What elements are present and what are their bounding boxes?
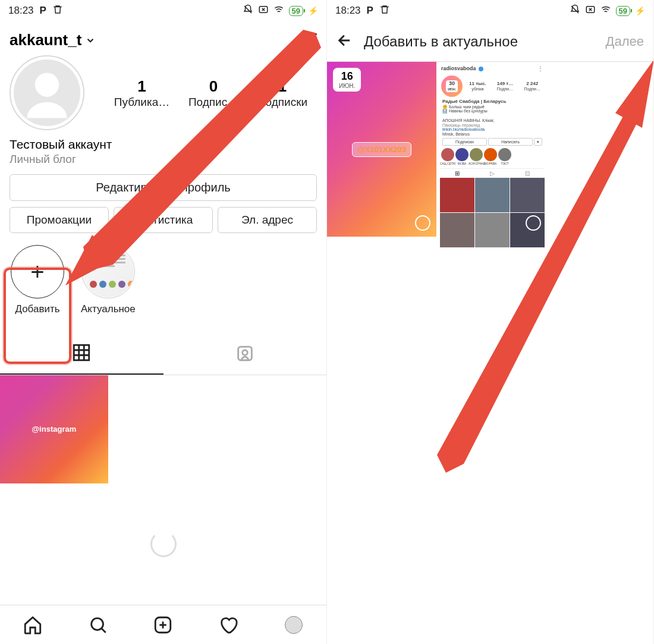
more-icon: ⋮	[537, 65, 543, 72]
post-tile[interactable]: @instagram	[0, 375, 108, 483]
profile-avatar-icon	[285, 616, 303, 634]
status-time: 18:23	[8, 5, 34, 17]
story-tile-2[interactable]: radiosvaboda ⋮ 30ИЮН. 11 тыс.убліка 149 …	[438, 62, 547, 237]
selection-ring-icon	[415, 215, 430, 231]
parking-icon: P	[367, 5, 373, 17]
box-x-icon	[258, 4, 269, 18]
stat-following-label: Подписки	[257, 96, 307, 109]
mute-icon	[570, 4, 580, 18]
stat-followers[interactable]: 0 Подпис…	[188, 77, 238, 109]
selection-ring-icon	[526, 215, 541, 231]
grid-tab[interactable]	[0, 334, 164, 375]
charging-icon: ⚡	[308, 6, 318, 15]
stat-posts-num: 1	[114, 77, 169, 96]
box-x-icon	[585, 4, 596, 18]
nav-activity[interactable]	[196, 605, 261, 644]
status-time: 18:23	[335, 5, 361, 17]
nav-home[interactable]	[0, 605, 65, 644]
mute-icon	[243, 4, 253, 18]
story-tile-1[interactable]: 16 июн. @X101XX203	[327, 62, 436, 237]
create-icon	[153, 615, 173, 635]
promo-button[interactable]: Промоакции	[10, 207, 109, 233]
username-dropdown[interactable]: akkaunt_t	[10, 31, 96, 49]
highlight-actual[interactable]: Актуальное	[81, 245, 136, 315]
status-bar: 18:23 P 59 ⚡	[0, 0, 326, 21]
battery-indicator: 59	[289, 6, 303, 16]
stat-following[interactable]: 1 Подписки	[257, 77, 307, 109]
stat-followers-num: 0	[188, 77, 238, 96]
next-button[interactable]: Далее	[606, 34, 644, 49]
mention-sticker: @X101XX203	[352, 142, 411, 157]
svg-rect-2	[74, 345, 90, 360]
bio-category: Личный блог	[10, 153, 317, 166]
stat-followers-label: Подпис…	[188, 96, 238, 109]
phone-right: 18:23 P 59 ⚡ Добавить в актуальное Далее…	[327, 0, 654, 644]
date-mon: июн.	[339, 83, 355, 89]
profile-avatar[interactable]	[10, 55, 84, 130]
trash-icon	[52, 4, 63, 18]
story-date-badge: 16 июн.	[333, 68, 361, 92]
svg-point-5	[91, 618, 103, 630]
highlight-add-label: Добавить	[15, 303, 59, 315]
stat-following-num: 1	[257, 77, 307, 96]
wifi-icon	[600, 4, 611, 18]
grid-icon	[71, 343, 92, 365]
highlight-actual-label: Актуальное	[81, 303, 136, 315]
menu-button[interactable]	[299, 33, 317, 47]
search-icon	[88, 615, 108, 635]
page-title: Добавить в актуальное	[364, 33, 595, 50]
plus-icon: +	[30, 259, 44, 285]
phone-left: 18:23 P 59 ⚡ akkaunt_t 1 Публика…	[0, 0, 327, 644]
tagged-icon	[235, 343, 255, 366]
mp-username: radiosvaboda	[441, 66, 476, 72]
heart-icon	[218, 615, 238, 635]
stat-posts[interactable]: 1 Публика…	[114, 77, 169, 109]
person-icon	[14, 59, 80, 126]
verified-icon	[479, 67, 483, 71]
stat-posts-label: Публика…	[114, 96, 169, 109]
date-num: 16	[339, 70, 355, 83]
nav-create[interactable]	[131, 605, 196, 644]
battery-indicator: 59	[616, 6, 630, 16]
stats-button[interactable]: Статистика	[114, 207, 213, 233]
back-button[interactable]	[337, 32, 353, 51]
parking-icon: P	[40, 5, 46, 17]
bio-name: Тестовый аккаунт	[10, 137, 317, 152]
home-icon	[23, 615, 43, 635]
charging-icon: ⚡	[635, 6, 645, 15]
svg-point-4	[243, 350, 248, 356]
email-button[interactable]: Эл. адрес	[218, 207, 317, 233]
mp-follow-btn: Подписки	[442, 138, 487, 146]
loading-spinner	[150, 531, 177, 557]
trash-icon	[379, 4, 390, 18]
bottom-navigation	[0, 605, 326, 644]
mp-suggest-btn: ▾	[534, 138, 542, 146]
svg-point-1	[35, 73, 59, 96]
nav-search[interactable]	[65, 605, 131, 644]
nav-profile[interactable]	[261, 605, 326, 644]
tagged-tab[interactable]	[164, 334, 327, 375]
mp-avatar: 30ИЮН.	[441, 76, 463, 97]
mp-message-btn: Написать	[488, 138, 533, 146]
username-label: akkaunt_t	[10, 31, 81, 49]
status-bar: 18:23 P 59 ⚡	[327, 0, 653, 21]
wifi-icon	[273, 4, 284, 18]
svg-rect-3	[238, 347, 251, 360]
edit-profile-button[interactable]: Редактировать профиль	[10, 174, 317, 201]
post-mention: @instagram	[32, 425, 76, 433]
highlight-add[interactable]: + Добавить	[11, 245, 64, 315]
chevron-down-icon	[85, 35, 96, 46]
